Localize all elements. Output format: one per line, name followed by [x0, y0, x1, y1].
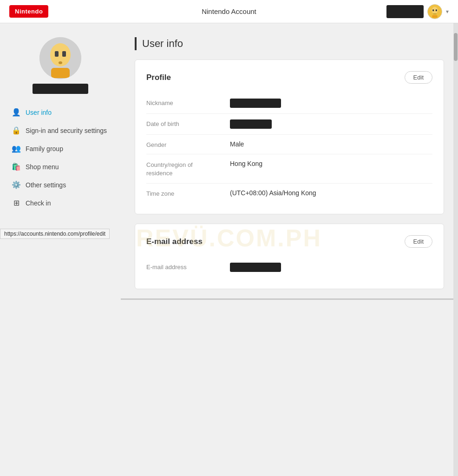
email-card-title: E-mail address — [146, 237, 203, 246]
sidebar-label-sign-in: Sign-in and security settings — [26, 127, 107, 134]
sidebar-username-redacted — [33, 84, 88, 94]
svg-rect-3 — [436, 9, 437, 11]
field-label-dob: Date of birth — [146, 119, 221, 127]
svg-rect-5 — [432, 15, 437, 18]
svg-rect-9 — [62, 51, 66, 57]
svg-rect-11 — [51, 68, 70, 78]
page-wrap: 👤 User info 🔒 Sign-in and security setti… — [0, 23, 458, 476]
field-label-email: E-mail address — [146, 263, 221, 271]
family-icon: 👥 — [12, 144, 21, 153]
sidebar-item-sign-in[interactable]: 🔒 Sign-in and security settings — [9, 121, 111, 139]
sidebar-avatar-circle — [39, 37, 81, 79]
header-username — [386, 5, 424, 18]
email-card-header: E-mail address Edit — [146, 235, 432, 248]
scrollbar-thumb[interactable] — [454, 33, 458, 61]
profile-card: Profile Edit Nickname Date of birth Gend… — [135, 60, 444, 214]
field-label-gender: Gender — [146, 140, 221, 148]
svg-rect-4 — [433, 13, 437, 14]
header-chevron-icon: ▾ — [446, 8, 449, 15]
svg-rect-8 — [55, 51, 59, 57]
shop-icon: 🛍️ — [12, 162, 21, 171]
field-label-nickname: Nickname — [146, 99, 221, 106]
url-tooltip: https://accounts.nintendo.com/profile/ed… — [0, 229, 110, 239]
svg-rect-2 — [432, 9, 434, 11]
profile-card-title: Profile — [146, 73, 171, 82]
sidebar-label-checkin: Check in — [26, 199, 51, 207]
main-content: User info Profile Edit Nickname Date of … — [121, 23, 458, 476]
sidebar-label-other: Other settings — [26, 181, 66, 189]
header-title: Nintendo Account — [202, 7, 256, 15]
field-value-nickname — [230, 99, 281, 108]
user-icon: 👤 — [12, 108, 21, 117]
header: Nintendo Nintendo Account ▾ — [0, 0, 458, 23]
field-value-country: Hong Kong — [230, 160, 262, 167]
gear-icon: ⚙️ — [12, 180, 21, 189]
page-title: User info — [135, 37, 444, 50]
field-value-timezone: (UTC+08:00) Asia/Hong Kong — [230, 189, 316, 197]
field-country: Country/region ofresidence Hong Kong — [146, 154, 432, 184]
sidebar-item-family[interactable]: 👥 Family group — [9, 139, 111, 158]
email-edit-button[interactable]: Edit — [405, 235, 432, 248]
field-nickname: Nickname — [146, 93, 432, 114]
nintendo-logo[interactable]: Nintendo — [9, 5, 48, 18]
field-value-gender: Male — [230, 140, 244, 148]
field-label-country: Country/region ofresidence — [146, 160, 221, 178]
field-timezone: Time zone (UTC+08:00) Asia/Hong Kong — [146, 184, 432, 203]
sidebar-label-family: Family group — [26, 145, 63, 152]
sidebar-nav-top: 👤 User info 🔒 Sign-in and security setti… — [9, 103, 111, 212]
field-value-dob — [230, 119, 272, 129]
sidebar-avatar — [9, 37, 111, 94]
checkin-icon: ⊞ — [12, 198, 21, 207]
profile-card-header: Profile Edit — [146, 71, 432, 84]
lock-icon: 🔒 — [12, 126, 21, 135]
sidebar-top: 👤 User info 🔒 Sign-in and security setti… — [0, 23, 121, 476]
field-dob: Date of birth — [146, 114, 432, 135]
field-label-timezone: Time zone — [146, 189, 221, 197]
sidebar-item-other[interactable]: ⚙️ Other settings — [9, 176, 111, 194]
sidebar-item-shop[interactable]: 🛍️ Shop menu — [9, 158, 111, 176]
field-email: E-mail address — [146, 257, 432, 278]
profile-edit-button[interactable]: Edit — [405, 71, 432, 84]
header-right: ▾ — [386, 4, 449, 19]
sidebar-item-checkin[interactable]: ⊞ Check in — [9, 194, 111, 212]
field-gender: Gender Male — [146, 135, 432, 154]
field-value-email — [230, 263, 281, 272]
svg-point-10 — [59, 61, 62, 64]
sidebar-label-shop: Shop menu — [26, 163, 59, 171]
sidebar-label-user-info: User info — [26, 109, 52, 116]
sidebar-item-user-info[interactable]: 👤 User info — [9, 103, 111, 121]
header-avatar[interactable] — [427, 4, 442, 19]
email-card: E-mail address Edit E-mail address — [135, 224, 444, 289]
second-half — [135, 300, 444, 314]
scrollbar[interactable] — [453, 23, 458, 476]
